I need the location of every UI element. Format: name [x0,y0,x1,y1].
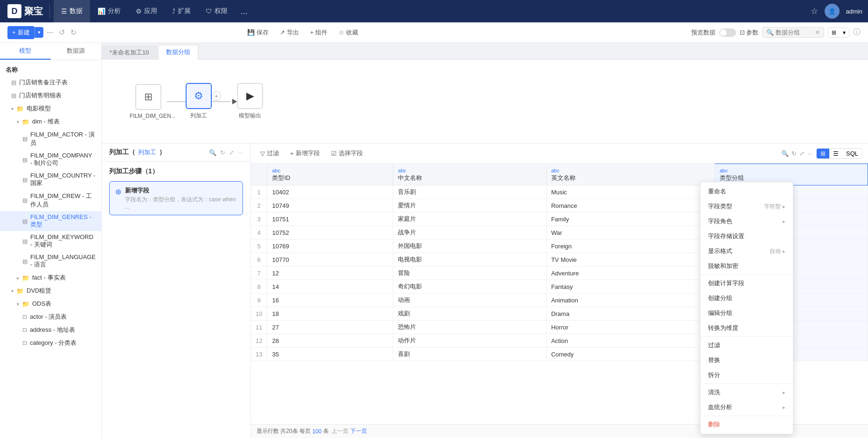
main-toolbar: + 新建 ▾ ··· ↺ ↻ 💾 保存 ↗ 导出 + 组件 ☆ 收藏 预览数据 … [0,22,868,43]
select-field-button[interactable]: ☑ 选择字段 [327,147,367,159]
search-box[interactable]: 🔍 ✕ [762,27,824,38]
col-header-cn-name[interactable]: abc 中文名称 [393,164,546,185]
sidebar-item-dvd-address[interactable]: ⊡ address - 地址表 [0,323,101,336]
nav-apps[interactable]: ⚙ 应用 [128,0,165,22]
sidebar-item-dvd-category[interactable]: ⊡ category - 分类表 [0,336,101,349]
sidebar-item-dvd[interactable]: ▾ 📁 DVD租赁 [0,284,101,297]
footer-total: 共20条 [280,427,298,435]
sidebar-item-country[interactable]: ▤ FILM_DIM_COUNTRY - 国家 [0,170,101,190]
redo-button[interactable]: ↻ [69,28,78,37]
refresh-icon-config[interactable]: ↻ [220,149,225,156]
sidebar-content: 名称 ▤ 门店销售备注子表 ▤ 门店销售明细表 ▾ 📁 电影模型 ▾ 📁 dim… [0,60,101,438]
top-nav: D 聚宝 ☰ 数据 📊 分析 ⚙ 应用 ⤴ 扩展 🛡 权限 ... ☆ 👤 ad… [0,0,868,22]
footer-prev[interactable]: 上一页 [332,427,348,435]
menu-item-display-format[interactable]: 显示格式自动 ▸ [701,244,793,259]
nav-analysis[interactable]: 📊 分析 [90,0,128,22]
menu-item-filter[interactable]: 过滤 [701,338,793,353]
expand-icon-config[interactable]: ⤢ [229,149,234,156]
undo-button[interactable]: ↺ [57,28,67,37]
toolbar-more[interactable]: ··· [45,28,55,37]
avatar[interactable]: 👤 [825,4,840,19]
sidebar-item-ods[interactable]: ▾ 📁 ODS表 [0,297,101,310]
tab-unnamed[interactable]: *未命名加工10 [102,45,157,60]
menu-divider [701,336,793,337]
nav-analysis-label: 分析 [108,7,121,15]
nav-more[interactable]: ... [235,7,253,16]
flow-node-transform[interactable]: ⚙ + 列加工 [186,83,212,120]
more-icon-config[interactable]: ··· [238,149,243,156]
nav-expand[interactable]: ⤴ 扩展 [165,0,198,22]
menu-item-field-store[interactable]: 字段存储设置 [701,229,793,244]
footer-per-page-count[interactable]: 100 [312,428,321,435]
sidebar-item-keyword[interactable]: ▤ FILM_DIM_KEYWORD - 关键词 [0,231,101,251]
menu-item-edit-group[interactable]: 编辑分组 [701,306,793,321]
menu-item-field-type[interactable]: 字段类型字符型 ▸ [701,199,793,214]
group-button[interactable]: + 组件 [307,27,331,39]
nav-data[interactable]: ☰ 数据 [54,0,90,22]
favorite-button[interactable]: ☆ 收藏 [336,27,361,39]
sidebar-item-dim[interactable]: ▾ 📁 dim - 维表 [0,115,101,128]
step-item-new-field[interactable]: ⊕ 新增字段 字段名为：类型分组，表达式为：case when ... [109,181,243,215]
col-header-type-id[interactable]: abc 类型ID [267,164,393,185]
table-expand-icon[interactable]: ⤢ [799,150,805,157]
sidebar-item-language[interactable]: ▤ FILM_DIM_LANGUAGE - 语言 [0,251,101,271]
flow-node-output-box: ▶ [237,83,263,109]
sidebar-item-film-model[interactable]: ▾ 📁 电影模型 [0,102,101,115]
menu-item-delete[interactable]: 删除 [701,417,793,432]
search-icon-config[interactable]: 🔍 [209,149,216,156]
flow-node-output[interactable]: ▶ 模型输出 [237,83,263,120]
tab-data-group[interactable]: 数据分组 [158,45,198,60]
menu-label-display-format: 显示格式 [708,247,732,255]
info-button[interactable]: ⓘ [853,27,861,37]
search-input[interactable] [776,29,813,36]
table-sql-view-button[interactable]: SQL [842,149,862,158]
sidebar-item-actor[interactable]: ▤ FILM_DIM_ACTOR - 演员 [0,128,101,150]
new-button[interactable]: + 新建 [7,26,35,39]
table-refresh-icon[interactable]: ↻ [792,150,797,157]
table-grid-view-button[interactable]: ⊞ [817,149,829,158]
menu-item-field-role[interactable]: 字段角色▸ [701,214,793,229]
menu-item-desensitize[interactable]: 脱敏和加密 [701,259,793,274]
flow-add-button[interactable]: + [212,91,221,101]
table-more-icon[interactable]: ··· [807,150,812,157]
col-type-indicator-2: abc [398,168,406,173]
sidebar-item-fact[interactable]: ▸ 📁 fact - 事实表 [0,271,101,284]
save-button[interactable]: 💾 保存 [244,27,271,39]
filter-button[interactable]: ▽ 过滤 [257,147,283,159]
col-header-en-name[interactable]: abc 英文名称 [546,164,715,185]
table-search-icon[interactable]: 🔍 [781,150,789,157]
menu-item-rename[interactable]: 重命名 [701,184,793,199]
table-list-view-button[interactable]: ☰ [829,149,842,158]
menu-item-split[interactable]: 拆分 [701,368,793,383]
footer-next[interactable]: 下一页 [350,427,367,435]
menu-item-create-calc[interactable]: 创建计算字段 [701,276,793,291]
sidebar-item-genres[interactable]: ▤ FILM_DIM_GENRES - 类型 [0,211,101,231]
cell-en-name: Music [546,185,715,199]
sidebar-tab-model[interactable]: 模型 [0,43,51,60]
menu-item-lineage[interactable]: 血统分析▸ [701,400,793,415]
cell-en-name: Family [546,212,715,226]
menu-item-create-group[interactable]: 创建分组 [701,291,793,306]
menu-item-clean[interactable]: 清洗▸ [701,385,793,400]
search-clear-icon[interactable]: ✕ [815,29,820,36]
preview-toggle[interactable] [719,28,736,37]
view-down-button[interactable]: ▾ [840,28,849,37]
export-button[interactable]: ↗ 导出 [277,27,302,39]
favorite-icon[interactable]: ☆ [811,6,818,16]
sidebar-item-store-child[interactable]: ▤ 门店销售备注子表 [0,76,101,89]
add-field-button[interactable]: + 新增字段 [286,147,324,159]
nav-permissions[interactable]: 🛡 权限 [198,0,235,22]
menu-item-replace[interactable]: 替换 [701,353,793,368]
new-dropdown-button[interactable]: ▾ [35,27,43,38]
flow-node-source[interactable]: ⊞ FILM_DIM_GEN... [130,84,167,119]
sidebar-item-company[interactable]: ▤ FILM_DIM_COMPANY - 制片公司 [0,150,101,170]
param-button[interactable]: ⊡ 参数 [740,28,758,37]
table-icon-language: ▤ [22,258,28,265]
sidebar-tab-datasource[interactable]: 数据源 [51,43,102,60]
sidebar-tabs: 模型 数据源 [0,43,101,60]
view-grid-button[interactable]: ⊞ [828,28,840,37]
sidebar-item-store-detail[interactable]: ▤ 门店销售明细表 [0,89,101,102]
sidebar-item-crew[interactable]: ▤ FILM_DIM_CREW - 工作人员 [0,190,101,211]
menu-item-to-dimension[interactable]: 转换为维度 [701,321,793,335]
sidebar-item-dvd-actor[interactable]: ⊡ actor - 演员表 [0,310,101,323]
